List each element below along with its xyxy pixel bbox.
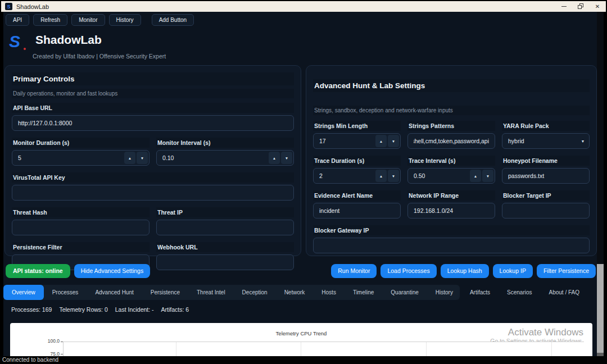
tab-timeline[interactable]: Timeline xyxy=(345,285,382,300)
summary-artifacts: Artifacts: 6 xyxy=(161,306,189,313)
window-title: ShadowLab xyxy=(16,3,49,10)
titlebar: S ShadowLab ✕ xyxy=(1,1,606,12)
app-icon-letter: S xyxy=(7,4,10,10)
spin-down-icon[interactable]: ▼ xyxy=(482,170,493,182)
tab-artifacts[interactable]: Artifacts xyxy=(461,285,499,300)
tab-network[interactable]: Network xyxy=(276,285,314,300)
blocker-target-ip-input[interactable] xyxy=(502,203,590,219)
toolbar-add-button[interactable]: Add Button xyxy=(152,14,194,26)
monitor-interval-input[interactable] xyxy=(157,151,269,165)
load-processes-button[interactable]: Load Processes xyxy=(380,264,436,278)
toolbar-history-button[interactable]: History xyxy=(109,14,141,26)
webhook-url-label: Webhook URL xyxy=(156,242,294,252)
strings-patterns-label: Strings Patterns xyxy=(407,121,495,131)
logo-dot xyxy=(24,48,26,50)
trace-interval-label: Trace Interval (s) xyxy=(407,156,495,166)
panel-subtitle: Daily operations, monitor and fast looku… xyxy=(12,89,294,98)
filter-persistence-button[interactable]: Filter Persistence xyxy=(537,264,596,278)
tab-quarantine[interactable]: Quarantine xyxy=(382,285,427,300)
lookup-ip-button[interactable]: Lookup IP xyxy=(493,264,533,278)
strings-patterns-input[interactable] xyxy=(407,133,495,149)
primary-controls-panel: Primary Controls Daily operations, monit… xyxy=(4,65,301,256)
webhook-url-field: Webhook URL xyxy=(156,242,294,270)
minimize-button[interactable] xyxy=(555,1,572,12)
trace-duration-field: Trace Duration (s) ▲ ▼ xyxy=(313,156,401,184)
hide-advanced-settings-button[interactable]: Hide Advanced Settings xyxy=(74,264,151,278)
spin-up-icon[interactable]: ▲ xyxy=(375,170,387,182)
advanced-settings-panel: Advanced Hunt & Lab Settings Strings, sa… xyxy=(306,65,597,256)
shadowlab-logo: S xyxy=(9,32,28,52)
threat-hash-field: Threat Hash xyxy=(12,207,150,235)
toolbar-api-button[interactable]: API xyxy=(6,14,29,26)
gridline xyxy=(551,342,552,356)
webhook-url-input[interactable] xyxy=(156,254,294,270)
spin-up-icon[interactable]: ▲ xyxy=(375,135,387,147)
trace-interval-input[interactable] xyxy=(408,169,470,183)
api-base-url-field: API Base URL xyxy=(12,103,294,131)
spin-down-icon[interactable]: ▼ xyxy=(137,152,148,164)
screen: { "window": { "title": "ShadowLab", "ico… xyxy=(0,0,607,364)
threat-ip-field: Threat IP xyxy=(156,207,294,235)
spin-down-icon[interactable]: ▼ xyxy=(388,135,399,147)
virustotal-api-key-input[interactable] xyxy=(12,185,294,201)
tab-overview[interactable]: Overview xyxy=(3,285,44,300)
app-content: API Refresh Monitor History Add Button S… xyxy=(3,12,604,356)
honeypot-filename-label: Honeypot Filename xyxy=(502,156,590,166)
yara-rule-pack-label: YARA Rule Pack xyxy=(502,121,590,131)
monitor-interval-field: Monitor Interval (s) ▲ ▼ xyxy=(156,138,294,166)
lookup-hash-button[interactable]: Lookup Hash xyxy=(441,264,489,278)
threat-hash-input[interactable] xyxy=(12,220,150,235)
monitor-duration-label: Monitor Duration (s) xyxy=(12,138,150,148)
honeypot-filename-field: Honeypot Filename xyxy=(502,156,590,184)
spin-down-icon[interactable]: ▼ xyxy=(281,152,292,164)
evidence-alert-name-input[interactable] xyxy=(313,203,401,219)
run-monitor-button[interactable]: Run Monitor xyxy=(331,264,377,278)
monitor-duration-spinner: ▲ ▼ xyxy=(12,150,150,166)
blocker-gateway-ip-label: Blocker Gateway IP xyxy=(313,225,590,235)
tab-hosts[interactable]: Hosts xyxy=(313,285,345,300)
evidence-alert-name-field: Evidence Alert Name xyxy=(313,190,401,219)
network-ip-range-input[interactable] xyxy=(407,203,495,219)
top-toolbar: API Refresh Monitor History Add Button xyxy=(6,14,194,26)
api-base-url-input[interactable] xyxy=(12,115,294,131)
restore-button[interactable] xyxy=(572,1,589,12)
tab-history[interactable]: History xyxy=(427,285,461,300)
tab-threat-intel[interactable]: Threat Intel xyxy=(188,285,234,300)
trace-duration-label: Trace Duration (s) xyxy=(313,156,401,166)
monitor-interval-label: Monitor Interval (s) xyxy=(156,138,294,148)
evidence-alert-name-label: Evidence Alert Name xyxy=(313,190,401,201)
tab-deception[interactable]: Deception xyxy=(234,285,276,300)
tab-advanced-hunt[interactable]: Advanced Hunt xyxy=(87,285,142,300)
tab-processes[interactable]: Processes xyxy=(44,285,87,300)
tab-about-faq[interactable]: About / FAQ xyxy=(541,285,588,300)
close-button[interactable]: ✕ xyxy=(589,1,606,12)
yara-rule-pack-field: YARA Rule Pack hybrid ▼ xyxy=(502,121,590,149)
spin-down-icon[interactable]: ▼ xyxy=(388,170,399,182)
network-ip-range-field: Network IP Range xyxy=(407,190,495,219)
yara-rule-pack-value: hybrid xyxy=(502,134,577,148)
y-axis-tick-100: 100.0 xyxy=(27,338,60,344)
tab-persistence[interactable]: Persistence xyxy=(142,285,188,300)
summary-row: Processes: 169 Telemetry Rows: 0 Last In… xyxy=(11,306,189,313)
threat-ip-input[interactable] xyxy=(156,220,294,235)
gridline xyxy=(301,342,301,356)
trace-interval-field: Trace Interval (s) ▲ ▼ xyxy=(407,156,495,184)
window-controls: ✕ xyxy=(555,1,606,12)
honeypot-filename-input[interactable] xyxy=(502,168,590,184)
spin-up-icon[interactable]: ▲ xyxy=(269,152,280,164)
yara-rule-pack-select[interactable]: hybrid ▼ xyxy=(502,133,590,149)
toolbar-refresh-button[interactable]: Refresh xyxy=(33,14,67,26)
vertical-scrollbar-thumb[interactable] xyxy=(597,264,604,353)
trace-duration-input[interactable] xyxy=(314,169,375,183)
toolbar-monitor-button[interactable]: Monitor xyxy=(71,14,105,26)
monitor-duration-input[interactable] xyxy=(12,151,124,165)
summary-last-incident: Last Incident: - xyxy=(115,306,154,313)
blocker-gateway-ip-input[interactable] xyxy=(313,238,590,253)
tab-scenarios[interactable]: Scenarios xyxy=(499,285,540,300)
blocker-target-ip-label: Blocker Target IP xyxy=(502,190,590,201)
spin-up-icon[interactable]: ▲ xyxy=(470,170,481,182)
blocker-target-ip-field: Blocker Target IP xyxy=(502,190,590,219)
strings-min-length-input[interactable] xyxy=(314,134,375,148)
spin-up-icon[interactable]: ▲ xyxy=(124,152,135,164)
summary-processes: Processes: 169 xyxy=(11,306,52,313)
